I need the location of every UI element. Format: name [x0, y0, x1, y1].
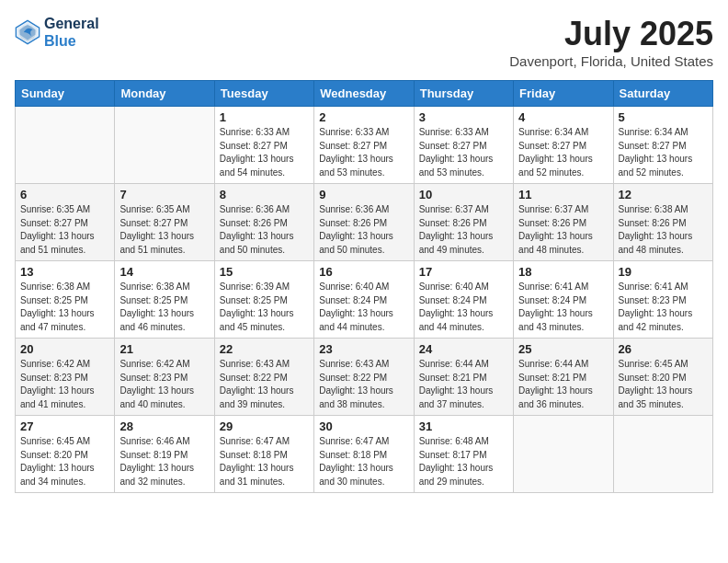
day-number: 3	[419, 110, 508, 124]
day-info: Sunrise: 6:43 AM Sunset: 8:22 PM Dayligh…	[220, 358, 309, 411]
day-info: Sunrise: 6:42 AM Sunset: 8:23 PM Dayligh…	[119, 358, 209, 411]
page-header: General Blue July 2025 Davenport, Florid…	[15, 15, 713, 69]
calendar-day-cell	[514, 416, 613, 493]
day-info: Sunrise: 6:34 AM Sunset: 8:27 PM Dayligh…	[518, 126, 608, 179]
calendar-day-cell: 25Sunrise: 6:44 AM Sunset: 8:21 PM Dayli…	[514, 339, 613, 416]
day-info: Sunrise: 6:38 AM Sunset: 8:25 PM Dayligh…	[20, 281, 109, 334]
calendar-day-cell: 26Sunrise: 6:45 AM Sunset: 8:20 PM Dayli…	[613, 339, 712, 416]
day-number: 29	[220, 419, 309, 433]
day-info: Sunrise: 6:33 AM Sunset: 8:27 PM Dayligh…	[419, 126, 508, 179]
weekday-header: Wednesday	[314, 81, 414, 107]
title-block: July 2025 Davenport, Florida, United Sta…	[509, 15, 713, 69]
day-info: Sunrise: 6:43 AM Sunset: 8:22 PM Dayligh…	[319, 358, 408, 411]
day-number: 10	[419, 188, 508, 201]
day-info: Sunrise: 6:47 AM Sunset: 8:18 PM Dayligh…	[319, 435, 408, 488]
calendar-week-row: 20Sunrise: 6:42 AM Sunset: 8:23 PM Dayli…	[16, 339, 713, 416]
day-number: 31	[419, 419, 508, 433]
calendar-day-cell	[115, 107, 214, 184]
day-info: Sunrise: 6:33 AM Sunset: 8:27 PM Dayligh…	[220, 126, 309, 179]
day-info: Sunrise: 6:38 AM Sunset: 8:26 PM Dayligh…	[619, 203, 708, 257]
calendar-week-row: 1Sunrise: 6:33 AM Sunset: 8:27 PM Daylig…	[16, 107, 713, 184]
day-number: 19	[619, 265, 708, 279]
weekday-header: Sunday	[16, 81, 115, 107]
day-number: 30	[319, 419, 408, 433]
calendar-week-row: 13Sunrise: 6:38 AM Sunset: 8:25 PM Dayli…	[16, 261, 713, 339]
calendar-week-row: 27Sunrise: 6:45 AM Sunset: 8:20 PM Dayli…	[16, 416, 713, 493]
weekday-header: Saturday	[613, 81, 712, 107]
day-number: 24	[419, 342, 508, 356]
calendar-day-cell: 20Sunrise: 6:42 AM Sunset: 8:23 PM Dayli…	[16, 339, 115, 416]
day-info: Sunrise: 6:41 AM Sunset: 8:24 PM Dayligh…	[518, 281, 608, 334]
day-info: Sunrise: 6:35 AM Sunset: 8:27 PM Dayligh…	[119, 203, 209, 257]
day-info: Sunrise: 6:39 AM Sunset: 8:25 PM Dayligh…	[220, 281, 309, 334]
calendar-day-cell: 9Sunrise: 6:36 AM Sunset: 8:26 PM Daylig…	[314, 184, 414, 261]
calendar-day-cell: 13Sunrise: 6:38 AM Sunset: 8:25 PM Dayli…	[16, 261, 115, 339]
logo-icon	[15, 19, 40, 45]
day-number: 26	[619, 342, 708, 356]
day-info: Sunrise: 6:34 AM Sunset: 8:27 PM Dayligh…	[619, 126, 708, 179]
calendar-day-cell: 29Sunrise: 6:47 AM Sunset: 8:18 PM Dayli…	[214, 416, 313, 493]
day-number: 7	[119, 188, 209, 201]
calendar-day-cell: 23Sunrise: 6:43 AM Sunset: 8:22 PM Dayli…	[314, 339, 414, 416]
day-number: 16	[319, 265, 408, 279]
location-title: Davenport, Florida, United States	[509, 53, 713, 69]
day-info: Sunrise: 6:35 AM Sunset: 8:27 PM Dayligh…	[20, 203, 109, 257]
day-number: 14	[119, 265, 209, 279]
calendar-day-cell: 19Sunrise: 6:41 AM Sunset: 8:23 PM Dayli…	[613, 261, 712, 339]
day-number: 9	[319, 188, 408, 201]
calendar-table: SundayMondayTuesdayWednesdayThursdayFrid…	[15, 80, 713, 493]
day-number: 20	[20, 342, 109, 356]
calendar-day-cell: 2Sunrise: 6:33 AM Sunset: 8:27 PM Daylig…	[314, 107, 414, 184]
day-info: Sunrise: 6:44 AM Sunset: 8:21 PM Dayligh…	[419, 358, 508, 411]
day-number: 6	[20, 188, 109, 201]
weekday-header: Tuesday	[214, 81, 313, 107]
day-info: Sunrise: 6:36 AM Sunset: 8:26 PM Dayligh…	[319, 203, 408, 257]
day-info: Sunrise: 6:45 AM Sunset: 8:20 PM Dayligh…	[619, 358, 708, 411]
calendar-day-cell: 28Sunrise: 6:46 AM Sunset: 8:19 PM Dayli…	[115, 416, 214, 493]
calendar-day-cell: 30Sunrise: 6:47 AM Sunset: 8:18 PM Dayli…	[314, 416, 414, 493]
day-number: 28	[119, 419, 209, 433]
day-info: Sunrise: 6:37 AM Sunset: 8:26 PM Dayligh…	[419, 203, 508, 257]
day-number: 13	[20, 265, 109, 279]
logo: General Blue	[15, 15, 99, 50]
calendar-day-cell: 11Sunrise: 6:37 AM Sunset: 8:26 PM Dayli…	[514, 184, 613, 261]
day-number: 18	[518, 265, 608, 279]
calendar-day-cell: 12Sunrise: 6:38 AM Sunset: 8:26 PM Dayli…	[613, 184, 712, 261]
day-info: Sunrise: 6:36 AM Sunset: 8:26 PM Dayligh…	[220, 203, 309, 257]
day-number: 5	[619, 110, 708, 124]
day-number: 25	[518, 342, 608, 356]
day-info: Sunrise: 6:45 AM Sunset: 8:20 PM Dayligh…	[20, 435, 109, 488]
calendar-day-cell: 1Sunrise: 6:33 AM Sunset: 8:27 PM Daylig…	[214, 107, 313, 184]
day-info: Sunrise: 6:38 AM Sunset: 8:25 PM Dayligh…	[119, 281, 209, 334]
weekday-header: Monday	[115, 81, 214, 107]
day-info: Sunrise: 6:42 AM Sunset: 8:23 PM Dayligh…	[20, 358, 109, 411]
day-number: 12	[619, 188, 708, 201]
calendar-day-cell	[613, 416, 712, 493]
day-number: 8	[220, 188, 309, 201]
day-info: Sunrise: 6:48 AM Sunset: 8:17 PM Dayligh…	[419, 435, 508, 488]
calendar-day-cell: 24Sunrise: 6:44 AM Sunset: 8:21 PM Dayli…	[414, 339, 513, 416]
day-info: Sunrise: 6:40 AM Sunset: 8:24 PM Dayligh…	[319, 281, 408, 334]
calendar-day-cell: 18Sunrise: 6:41 AM Sunset: 8:24 PM Dayli…	[514, 261, 613, 339]
calendar-day-cell: 7Sunrise: 6:35 AM Sunset: 8:27 PM Daylig…	[115, 184, 214, 261]
calendar-day-cell: 27Sunrise: 6:45 AM Sunset: 8:20 PM Dayli…	[16, 416, 115, 493]
day-number: 21	[119, 342, 209, 356]
calendar-day-cell: 22Sunrise: 6:43 AM Sunset: 8:22 PM Dayli…	[214, 339, 313, 416]
day-number: 17	[419, 265, 508, 279]
day-info: Sunrise: 6:40 AM Sunset: 8:24 PM Dayligh…	[419, 281, 508, 334]
weekday-header: Friday	[514, 81, 613, 107]
day-number: 15	[220, 265, 309, 279]
calendar-day-cell: 5Sunrise: 6:34 AM Sunset: 8:27 PM Daylig…	[613, 107, 712, 184]
calendar-day-cell: 6Sunrise: 6:35 AM Sunset: 8:27 PM Daylig…	[16, 184, 115, 261]
calendar-day-cell: 10Sunrise: 6:37 AM Sunset: 8:26 PM Dayli…	[414, 184, 513, 261]
weekday-header-row: SundayMondayTuesdayWednesdayThursdayFrid…	[16, 81, 713, 107]
day-info: Sunrise: 6:47 AM Sunset: 8:18 PM Dayligh…	[220, 435, 309, 488]
day-number: 2	[319, 110, 408, 124]
calendar-week-row: 6Sunrise: 6:35 AM Sunset: 8:27 PM Daylig…	[16, 184, 713, 261]
day-number: 22	[220, 342, 309, 356]
day-number: 4	[518, 110, 608, 124]
day-info: Sunrise: 6:37 AM Sunset: 8:26 PM Dayligh…	[518, 203, 608, 257]
calendar-day-cell: 21Sunrise: 6:42 AM Sunset: 8:23 PM Dayli…	[115, 339, 214, 416]
calendar-day-cell: 16Sunrise: 6:40 AM Sunset: 8:24 PM Dayli…	[314, 261, 414, 339]
calendar-day-cell: 31Sunrise: 6:48 AM Sunset: 8:17 PM Dayli…	[414, 416, 513, 493]
